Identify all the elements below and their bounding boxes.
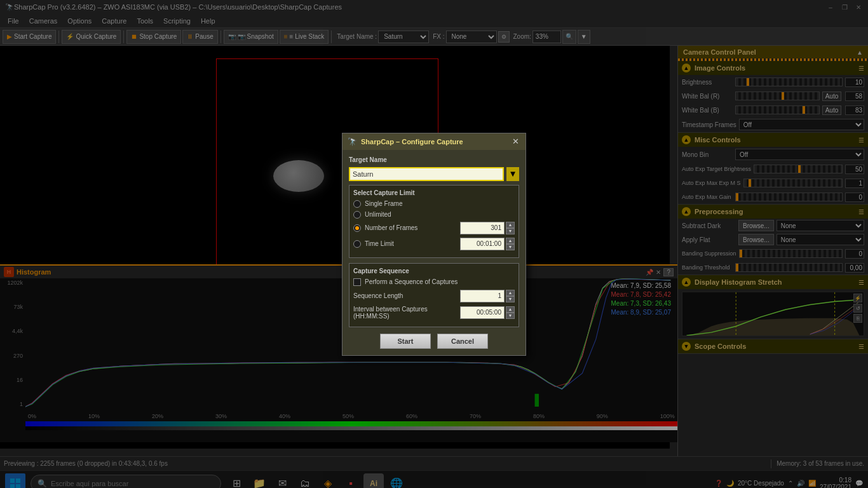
- unlimited-label: Unlimited: [365, 211, 391, 218]
- start-button[interactable]: Start: [380, 334, 431, 349]
- sequence-length-row: Sequence Length ▲ ▼: [353, 290, 515, 302]
- unlimited-radio[interactable]: [353, 211, 361, 219]
- time-spin-up[interactable]: ▲: [506, 238, 515, 244]
- number-of-frames-label: Number of Frames: [365, 224, 417, 231]
- seq-len-spin-down[interactable]: ▼: [506, 296, 515, 302]
- target-name-input[interactable]: [349, 167, 504, 181]
- time-limit-label: Time Limit: [365, 240, 394, 247]
- interval-row: Interval between Captures (HH:MM:SS) ▲ ▼: [353, 306, 515, 320]
- time-spin-down[interactable]: ▼: [506, 244, 515, 250]
- capture-limit-label: Select Capture Limit: [353, 189, 515, 196]
- frames-input[interactable]: [460, 222, 505, 234]
- target-name-dropdown-button[interactable]: ▼: [506, 167, 519, 181]
- interval-label: Interval between Captures (HH:MM:SS): [353, 306, 428, 320]
- number-of-frames-row: Number of Frames ▲ ▼: [353, 222, 515, 234]
- sequence-length-spin-buttons: ▲ ▼: [506, 290, 515, 302]
- dialog-body: Target Name ▼ Select Capture Limit Singl…: [342, 150, 526, 355]
- time-input-container: ▲ ▼: [460, 238, 515, 250]
- sequence-length-input[interactable]: [460, 290, 505, 302]
- dialog-close-button[interactable]: ✕: [510, 137, 520, 147]
- interval-spin-up[interactable]: ▲: [506, 306, 515, 313]
- target-name-section: Target Name ▼: [349, 156, 519, 181]
- dialog-icon: 🔭: [348, 137, 357, 146]
- capture-sequence-section: Capture Sequence Perform a Sequence of C…: [349, 263, 519, 327]
- frames-spin-buttons: ▲ ▼: [506, 222, 515, 234]
- sequence-length-container: ▲ ▼: [460, 290, 515, 302]
- target-name-section-label: Target Name: [349, 156, 519, 163]
- time-input[interactable]: [460, 238, 505, 250]
- unlimited-row: Unlimited: [353, 211, 515, 219]
- interval-spin-buttons: ▲ ▼: [506, 306, 515, 319]
- time-limit-row: Time Limit ▲ ▼: [353, 238, 515, 250]
- dialog-titlebar: 🔭 SharpCap – Configure Capture ✕: [342, 133, 526, 150]
- time-spin-buttons: ▲ ▼: [506, 238, 515, 250]
- configure-capture-dialog: 🔭 SharpCap – Configure Capture ✕ Target …: [342, 133, 526, 356]
- time-limit-radio[interactable]: [353, 240, 361, 248]
- capture-sequence-label: Capture Sequence: [353, 268, 515, 274]
- cancel-button[interactable]: Cancel: [437, 334, 488, 349]
- target-name-field-row: ▼: [349, 167, 519, 181]
- sequence-length-label: Sequence Length: [353, 292, 403, 299]
- perform-sequence-row: Perform a Sequence of Captures: [353, 278, 515, 286]
- single-frame-row: Single Frame: [353, 200, 515, 208]
- perform-sequence-checkbox[interactable]: [353, 278, 361, 286]
- seq-len-spin-up[interactable]: ▲: [506, 290, 515, 296]
- interval-container: ▲ ▼: [460, 306, 515, 319]
- dialog-title: SharpCap – Configure Capture: [361, 138, 506, 146]
- capture-limit-section: Select Capture Limit Single Frame Unlimi…: [349, 185, 519, 258]
- perform-sequence-label: Perform a Sequence of Captures: [365, 278, 458, 285]
- interval-spin-down[interactable]: ▼: [506, 313, 515, 319]
- dialog-button-row: Start Cancel: [349, 334, 519, 349]
- modal-overlay: 🔭 SharpCap – Configure Capture ✕ Target …: [0, 0, 868, 488]
- single-frame-radio[interactable]: [353, 200, 361, 208]
- single-frame-label: Single Frame: [365, 200, 402, 207]
- frames-input-container: ▲ ▼: [460, 222, 515, 234]
- frames-spin-up[interactable]: ▲: [506, 222, 515, 228]
- number-of-frames-radio[interactable]: [353, 224, 361, 232]
- frames-spin-down[interactable]: ▼: [506, 228, 515, 234]
- interval-input[interactable]: [460, 306, 505, 319]
